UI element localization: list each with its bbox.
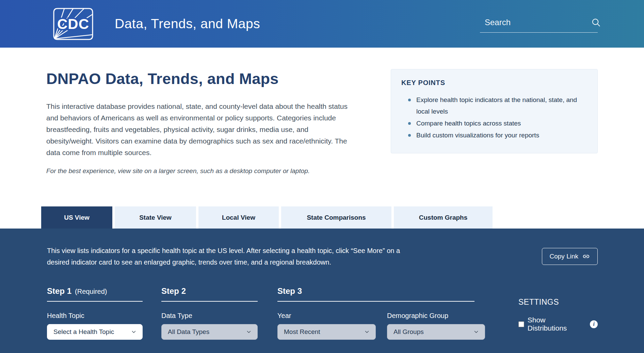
health-topic-select[interactable]: Select a Health Topic: [47, 324, 143, 340]
app-title: Data, Trends, and Maps: [115, 16, 260, 31]
tab-state-view[interactable]: State View: [115, 206, 196, 229]
page-title: DNPAO Data, Trends, and Maps: [46, 70, 349, 88]
chevron-down-icon: [473, 329, 479, 335]
us-view-panel: This view lists indicators for a specifi…: [0, 229, 644, 353]
link-icon: [582, 253, 590, 260]
year-value: Most Recent: [284, 328, 364, 336]
tab-local-view[interactable]: Local View: [198, 206, 279, 229]
app-header: CDC Data, Trends, and Maps: [0, 0, 644, 48]
view-tabs: US View State View Local View State Comp…: [41, 206, 644, 229]
key-points-panel: KEY POINTS Explore health topic indicato…: [391, 69, 598, 153]
demographic-group-label: Demographic Group: [387, 312, 485, 320]
info-icon[interactable]: i: [590, 320, 598, 328]
data-type-value: All Data Types: [168, 328, 246, 336]
step-3-title: Step 3: [277, 286, 302, 296]
show-distributions-checkbox[interactable]: [518, 321, 524, 327]
intro-section: DNPAO Data, Trends, and Maps This intera…: [0, 48, 644, 175]
health-topic-value: Select a Health Topic: [53, 328, 131, 336]
step-2-title: Step 2: [161, 286, 186, 296]
page-description: This interactive database provides natio…: [46, 101, 349, 158]
year-field: Year Most Recent: [277, 302, 376, 340]
year-label: Year: [277, 312, 376, 320]
search-input[interactable]: [485, 18, 590, 27]
demographic-group-select[interactable]: All Groups: [387, 324, 485, 340]
data-type-label: Data Type: [161, 312, 258, 320]
data-type-select[interactable]: All Data Types: [161, 324, 258, 340]
best-experience-note: For the best experience, view site on a …: [46, 167, 349, 175]
demographic-group-field: Demographic Group All Groups: [387, 302, 485, 340]
view-description: This view lists indicators for a specifi…: [47, 245, 406, 268]
chevron-down-icon: [131, 329, 137, 335]
key-points-list: Explore health topic indicators at the n…: [401, 94, 587, 141]
key-point-item: Explore health topic indicators at the n…: [401, 94, 587, 117]
tab-state-comparisons[interactable]: State Comparisons: [281, 206, 391, 229]
key-point-item: Build custom visualizations for your rep…: [401, 130, 587, 141]
show-distributions-label: Show Distributions: [528, 316, 586, 332]
settings-title: SETTINGS: [518, 298, 598, 307]
chevron-down-icon: [364, 329, 370, 335]
step-1-column: Step 1 (Required) Health Topic Select a …: [47, 286, 143, 340]
search-icon: [591, 17, 601, 28]
health-topic-label: Health Topic: [47, 312, 143, 320]
chevron-down-icon: [246, 329, 252, 335]
step-controls: Step 1 (Required) Health Topic Select a …: [47, 286, 598, 340]
step-1-required-tag: (Required): [75, 288, 107, 296]
key-point-item: Compare health topics across states: [401, 118, 587, 129]
step-2-column: Step 2 Data Type All Data Types: [161, 286, 258, 340]
search-bar: [480, 15, 598, 33]
step-1-title: Step 1: [47, 286, 71, 296]
cdc-logo[interactable]: CDC: [53, 7, 94, 40]
key-points-title: KEY POINTS: [401, 79, 587, 87]
step-3-column: Step 3 Year Most Recent Demographic Grou…: [277, 286, 485, 340]
copy-link-button[interactable]: Copy Link: [542, 248, 598, 265]
cdc-logo-text: CDC: [57, 16, 89, 32]
search-button[interactable]: [590, 17, 602, 28]
demographic-group-value: All Groups: [393, 328, 473, 336]
copy-link-label: Copy Link: [550, 253, 579, 260]
tab-custom-graphs[interactable]: Custom Graphs: [394, 206, 493, 229]
year-select[interactable]: Most Recent: [277, 324, 376, 340]
settings-column: SETTINGS Show Distributions i: [518, 286, 598, 340]
tab-us-view[interactable]: US View: [41, 206, 112, 229]
